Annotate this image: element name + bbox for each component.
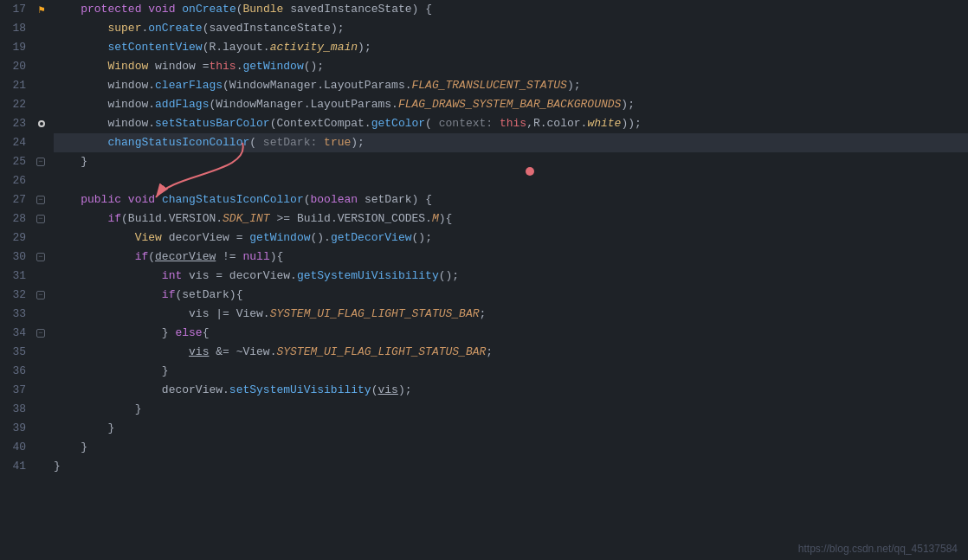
code-editor: 17 18 19 20 21 22 23 24 25 26 27 28 29 3… <box>0 0 968 560</box>
gutter-17: ⚑ <box>33 0 50 19</box>
gutter-21 <box>33 76 50 95</box>
code-line-18: super.onCreate(savedInstanceState); <box>54 19 968 38</box>
code-line-40: } <box>54 438 968 457</box>
gutter-40 <box>33 438 50 457</box>
code-line-17: protected void onCreate(Bundle savedInst… <box>54 0 968 19</box>
code-line-39: } <box>54 419 968 438</box>
code-line-35: vis &= ~View.SYSTEM_UI_FLAG_LIGHT_STATUS… <box>54 343 968 362</box>
gutter-25: − <box>33 152 50 171</box>
gutter-18 <box>33 19 50 38</box>
gutter: ⚑ − − <box>33 0 50 560</box>
code-line-38: } <box>54 400 968 419</box>
gutter-33 <box>33 305 50 324</box>
code-line-22: window.addFlags(WindowManager.LayoutPara… <box>54 95 968 114</box>
gutter-24 <box>33 133 50 152</box>
code-line-26 <box>54 171 968 190</box>
gutter-38 <box>33 400 50 419</box>
breakpoint-white-23[interactable] <box>38 120 45 127</box>
line-numbers: 17 18 19 20 21 22 23 24 25 26 27 28 29 3… <box>0 0 33 560</box>
fold-28[interactable]: − <box>36 215 45 223</box>
code-line-20: Window window =this.getWindow(); <box>54 57 968 76</box>
fold-32[interactable]: − <box>36 291 45 299</box>
gutter-29 <box>33 229 50 248</box>
gutter-32: − <box>33 286 50 305</box>
gutter-35 <box>33 343 50 362</box>
gutter-34: − <box>33 324 50 343</box>
gutter-27: − <box>33 190 50 209</box>
code-line-36: } <box>54 362 968 381</box>
fold-27[interactable]: − <box>36 196 45 204</box>
code-line-31: int vis = decorView.getSystemUiVisibilit… <box>54 267 968 286</box>
fold-30[interactable]: − <box>36 253 45 261</box>
code-line-33: vis |= View.SYSTEM_UI_FLAG_LIGHT_STATUS_… <box>54 305 968 324</box>
gutter-26 <box>33 171 50 190</box>
gutter-23 <box>33 114 50 133</box>
gutter-36 <box>33 362 50 381</box>
fold-34[interactable]: − <box>36 329 45 338</box>
fold-25[interactable]: − <box>36 158 45 166</box>
gutter-39 <box>33 419 50 438</box>
code-line-29: View decorView = getWindow().getDecorVie… <box>54 229 968 248</box>
code-line-24: changStatusIconCollor( setDark: true); <box>54 133 968 152</box>
code-line-37: decorView.setSystemUiVisibility(vis); <box>54 381 968 400</box>
code-line-19: setContentView(R.layout.activity_main); <box>54 38 968 57</box>
code-area: 17 18 19 20 21 22 23 24 25 26 27 28 29 3… <box>0 0 968 560</box>
gutter-31 <box>33 267 50 286</box>
gutter-30: − <box>33 248 50 267</box>
gutter-22 <box>33 95 50 114</box>
gutter-37 <box>33 381 50 400</box>
code-line-23: window.setStatusBarColor(ContextCompat.g… <box>54 114 968 133</box>
watermark: https://blog.csdn.net/qq_45137584 <box>798 543 958 555</box>
code-line-30: if(decorView != null){ <box>54 248 968 267</box>
gutter-20 <box>33 57 50 76</box>
debug-indicator-17: ⚑ <box>38 3 44 16</box>
code-line-21: window.clearFlags(WindowManager.LayoutPa… <box>54 76 968 95</box>
code-line-41: } <box>54 457 968 476</box>
gutter-28: − <box>33 209 50 229</box>
code-content[interactable]: protected void onCreate(Bundle savedInst… <box>50 0 968 560</box>
gutter-41 <box>33 457 50 476</box>
code-line-25: } <box>54 152 968 171</box>
code-line-32: if(setDark){ <box>54 286 968 305</box>
code-line-27: public void changStatusIconCollor(boolea… <box>54 190 968 209</box>
code-line-28: if(Build.VERSION.SDK_INT >= Build.VERSIO… <box>54 209 968 229</box>
gutter-19 <box>33 38 50 57</box>
code-line-34: } else{ <box>54 324 968 343</box>
